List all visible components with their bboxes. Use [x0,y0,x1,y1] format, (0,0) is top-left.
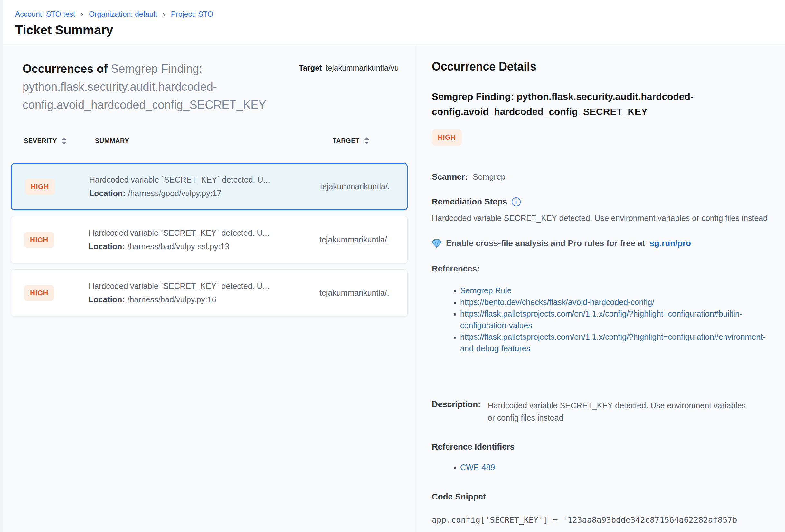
summary-cell: Hardcoded variable `SECRET_KEY` detected… [89,175,299,198]
remediation-text: Hardcoded variable SECRET_KEY detected. … [432,212,772,224]
reference-link[interactable]: https://flask.palletsprojects.com/en/1.1… [460,332,765,353]
target-info: Targettejakummarikuntla/vu [299,63,417,73]
pro-tip-link[interactable]: sg.run/pro [650,238,691,248]
severity-badge: HIGH [24,232,54,248]
row-location: Location:/harness/bad/vulpy.py:16 [88,295,299,304]
occurrence-details-panel: Occurrence Details Semgrep Finding: pyth… [417,45,785,532]
scanner-label: Scanner: [432,172,467,182]
column-header-severity[interactable]: SEVERITY [24,136,88,145]
page-title: Ticket Summary [15,23,785,37]
code-snippet: app.config['SECRET_KEY'] = '123aa8a93bdd… [432,515,772,525]
breadcrumb-link[interactable]: Account: STO test [15,10,75,19]
row-location-label: Location: [89,189,126,198]
reference-link[interactable]: https://flask.palletsprojects.com/en/1.1… [460,309,742,330]
reference-link[interactable]: https://bento.dev/checks/flask/avoid-har… [460,298,654,307]
breadcrumb: Account: STO test›Organization: default›… [15,10,785,19]
cwe-link[interactable]: CWE-489 [460,463,495,472]
remediation-steps-heading: Remediation Steps [432,197,772,207]
severity-badge: HIGH [432,129,462,146]
summary-cell: Hardcoded variable `SECRET_KEY` detected… [88,281,299,304]
reference-item: https://flask.palletsprojects.com/en/1.1… [460,308,772,331]
severity-badge: HIGH [25,179,55,195]
occurrence-row[interactable]: HIGHHardcoded variable `SECRET_KEY` dete… [11,269,408,316]
code-snippet-heading: Code Snippet [432,492,772,502]
row-location-value: /harness/bad/vulpy-ssl.py:13 [127,242,230,251]
reference-identifiers-list: CWE-489 [432,461,772,473]
page-header: Account: STO test›Organization: default›… [0,0,785,45]
breadcrumb-separator-icon: › [80,10,83,18]
occurrences-table-header: SEVERITY SUMMARY TARGET [11,133,408,149]
row-target: tejakummarikuntla/. [299,235,395,245]
remediation-steps-label: Remediation Steps [432,197,507,207]
occurrences-table-body: HIGHHardcoded variable `SECRET_KEY` dete… [11,163,408,316]
occurrence-row[interactable]: HIGHHardcoded variable `SECRET_KEY` dete… [11,163,408,210]
row-summary: Hardcoded variable `SECRET_KEY` detected… [88,228,299,238]
ticket-summary-page: Account: STO test›Organization: default›… [0,0,785,532]
target-label: Target [299,64,322,72]
occurrence-row[interactable]: HIGHHardcoded variable `SECRET_KEY` dete… [11,216,408,263]
column-header-target-label: TARGET [333,137,360,145]
description-row: Description: Hardcoded variable SECRET_K… [432,399,772,424]
occurrences-heading: Occurrences of Semgrep Finding: python.f… [23,60,307,114]
reference-item: Semgrep Rule [460,285,772,296]
sort-icon[interactable] [61,136,67,145]
reference-link[interactable]: Semgrep Rule [460,286,512,295]
finding-title: Semgrep Finding: python.flask.security.a… [432,89,772,119]
severity-badge-line: HIGH [432,129,772,146]
scanner-row: Scanner:Semgrep [432,172,772,182]
row-target: tejakummarikuntla/. [299,288,395,298]
reference-identifiers-heading: Reference Identifiers [432,442,772,452]
reference-identifier-item: CWE-489 [460,461,772,473]
row-location-label: Location: [88,242,125,251]
column-header-summary-label: SUMMARY [95,137,129,145]
row-location-value: /harness/good/vulpy.py:17 [128,189,222,198]
row-location-label: Location: [88,295,125,304]
row-summary: Hardcoded variable `SECRET_KEY` detected… [89,175,299,184]
breadcrumb-link[interactable]: Organization: default [89,10,157,19]
details-heading: Occurrence Details [432,60,772,73]
references-list: Semgrep Rulehttps://bento.dev/checks/fla… [432,285,772,354]
severity-cell: HIGH [24,232,88,248]
sort-icon[interactable] [363,136,370,145]
occurrences-heading-bold: Occurrences of [23,62,107,75]
description-label: Description: [432,399,481,424]
info-icon[interactable] [512,197,521,206]
breadcrumb-separator-icon: › [162,10,166,18]
breadcrumb-link[interactable]: Project: STO [171,10,213,19]
severity-cell: HIGH [25,179,89,195]
left-edge-strip [0,0,3,532]
row-location-value: /harness/bad/vulpy.py:16 [127,295,217,304]
severity-cell: HIGH [24,285,88,301]
severity-badge: HIGH [24,285,54,301]
row-target: tejakummarikuntla/. [299,182,396,191]
row-location: Location:/harness/bad/vulpy-ssl.py:13 [88,242,299,251]
row-location: Location:/harness/good/vulpy.py:17 [89,189,299,198]
target-value: tejakummarikuntla/vu [326,64,399,72]
column-header-target[interactable]: TARGET [298,136,395,145]
pro-tip-line: Enable cross-file analysis and Pro rules… [432,238,772,248]
summary-cell: Hardcoded variable `SECRET_KEY` detected… [88,228,299,251]
column-header-severity-label: SEVERITY [24,137,57,145]
scanner-value: Semgrep [473,172,505,181]
pro-tip-text: Enable cross-file analysis and Pro rules… [446,238,645,248]
references-heading: References: [432,264,772,274]
content-panels: Occurrences of Semgrep Finding: python.f… [0,45,785,532]
description-text: Hardcoded variable SECRET_KEY detected. … [488,399,752,424]
gem-icon [432,239,441,248]
occurrences-panel: Occurrences of Semgrep Finding: python.f… [0,45,417,532]
reference-item: https://bento.dev/checks/flask/avoid-har… [460,296,772,308]
row-summary: Hardcoded variable `SECRET_KEY` detected… [88,281,299,291]
reference-item: https://flask.palletsprojects.com/en/1.1… [460,331,772,354]
column-header-summary[interactable]: SUMMARY [88,137,298,145]
